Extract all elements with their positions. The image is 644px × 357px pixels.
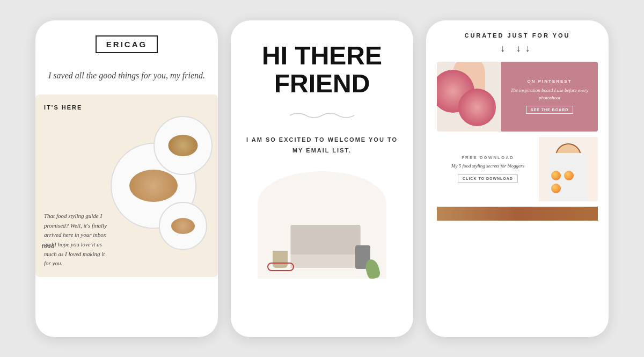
food-tag: food bbox=[42, 244, 55, 249]
phone-mockup-3: CURATED JUST FOR YOU ↓ ↓↓ ON PINTEREST T… bbox=[426, 20, 609, 337]
arrows-row: ↓ ↓↓ bbox=[500, 43, 535, 54]
it-here-label: IT'S HERE bbox=[44, 104, 82, 111]
food-blob-large bbox=[129, 170, 178, 202]
pinterest-image bbox=[437, 62, 501, 132]
phone1-content: ERICAG I saved all the good things for y… bbox=[35, 20, 218, 94]
food-blob-small bbox=[169, 135, 198, 156]
phone1-image-section: IT'S HERE That food styling guide I prom… bbox=[35, 94, 218, 277]
food-illustration bbox=[100, 111, 218, 266]
phone2-image bbox=[258, 171, 386, 279]
orange-ball-3 bbox=[551, 184, 561, 193]
phone3-content: CURATED JUST FOR YOU ↓ ↓↓ ON PINTEREST T… bbox=[426, 20, 609, 221]
phone2-subtitle: I AM SO EXCITED TO WELCOME YOU TO MY EMA… bbox=[244, 135, 400, 156]
food-blob-xs bbox=[171, 218, 195, 234]
orange-ball-2 bbox=[564, 171, 574, 180]
phone2-content: HI THERE FRIEND I AM SO EXCITED TO WELCO… bbox=[231, 20, 413, 300]
download-image bbox=[539, 137, 598, 201]
pinterest-description: The inspiration board I use before every… bbox=[507, 87, 592, 101]
food-bottom-image bbox=[437, 207, 598, 221]
pinterest-card: ON PINTEREST The inspiration board I use… bbox=[437, 62, 598, 132]
orange-balls bbox=[551, 170, 580, 196]
phone-mockup-2: HI THERE FRIEND I AM SO EXCITED TO WELCO… bbox=[231, 20, 413, 337]
laptop-screen bbox=[291, 225, 361, 254]
greeting-text: HI THERE FRIEND bbox=[262, 42, 382, 99]
free-download-label: FREE DOWNLOAD bbox=[462, 155, 514, 160]
download-description: My 5 food styling secrets for bloggers bbox=[451, 163, 524, 170]
phone1-tagline: I saved all the good things for you, my … bbox=[48, 68, 205, 83]
orange-ball-1 bbox=[551, 171, 561, 180]
see-board-button[interactable]: SEE THE BOARD bbox=[526, 106, 574, 114]
download-card: FREE DOWNLOAD My 5 food styling secrets … bbox=[437, 137, 598, 201]
food-bottom-bar bbox=[437, 207, 598, 221]
on-pinterest-label: ON PINTEREST bbox=[527, 79, 572, 84]
laptop-shape bbox=[291, 225, 361, 268]
pinterest-text-box: ON PINTEREST The inspiration board I use… bbox=[501, 62, 598, 132]
curated-title: CURATED JUST FOR YOU bbox=[464, 32, 570, 39]
phone1-description: That food styling guide I promised? Well… bbox=[44, 212, 108, 268]
download-text-box: FREE DOWNLOAD My 5 food styling secrets … bbox=[437, 137, 539, 201]
plate-small bbox=[153, 116, 213, 175]
plate-xsmall bbox=[159, 202, 207, 250]
wavy-divider bbox=[290, 111, 354, 120]
brand-logo: ERICAG bbox=[96, 35, 158, 53]
glasses bbox=[267, 263, 294, 271]
phone-mockup-1: ERICAG I saved all the good things for y… bbox=[35, 20, 218, 337]
download-button[interactable]: CLICK TO DOWNLOAD bbox=[458, 174, 518, 183]
pomegranate-2 bbox=[458, 89, 496, 126]
